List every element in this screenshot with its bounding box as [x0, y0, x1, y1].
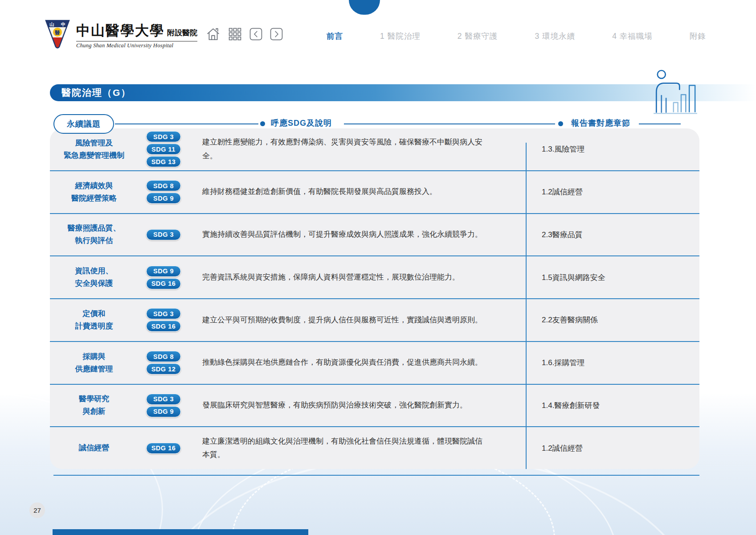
row-sdg-badges: SDG 3 [135, 229, 192, 240]
header-connector-line [639, 123, 681, 124]
row-description: 發展臨床研究與智慧醫療，有助疾病預防與治療技術突破，強化醫院創新實力。 [192, 399, 526, 412]
row-sdg-badges: SDG 3SDG 16 [135, 308, 192, 332]
pennant-emblem-char: 醫 [55, 30, 60, 35]
hospital-name-suffix: 附設醫院 [167, 28, 197, 38]
nav-item-medical-care[interactable]: 2 醫療守護 [458, 31, 498, 41]
nav-item-governance[interactable]: 1 醫院治理 [380, 31, 421, 41]
home-button[interactable] [206, 27, 221, 43]
nav-item-foreword[interactable]: 前言 [327, 31, 343, 41]
nav-item-environment[interactable]: 3 環境永續 [535, 31, 576, 41]
table-body: 風險管理及緊急應變管理機制SDG 3SDG 11SDG 13建立韌性應變能力，有… [50, 128, 699, 469]
header-dot [558, 121, 563, 126]
sdg-badge: SDG 9 [146, 193, 181, 204]
sdg-badge: SDG 9 [146, 266, 181, 277]
table-row: 經濟績效與醫院經營策略SDG 8SDG 9維持財務穩健並創造創新價值，有助醫院長… [50, 171, 699, 214]
next-page-button[interactable] [270, 28, 283, 42]
row-sdg-badges: SDG 8SDG 12 [135, 351, 192, 374]
table-row: 風險管理及緊急應變管理機制SDG 3SDG 11SDG 13建立韌性應變能力，有… [50, 128, 699, 171]
page-number: 27 [33, 506, 41, 514]
row-description: 推動綠色採購與在地供應鏈合作，有助資源優化與責任消費，促進供應商共同永續。 [192, 356, 526, 370]
sdg-badge: SDG 3 [146, 394, 181, 405]
svg-text:山: 山 [49, 22, 54, 27]
chevron-right-icon [270, 28, 283, 42]
row-topic: 經濟績效與醫院經營策略 [50, 180, 135, 205]
row-topic: 醫療照護品質、執行與評估 [50, 222, 135, 247]
sdg-badge: SDG 12 [146, 363, 181, 374]
sdg-badge: SDG 8 [146, 180, 181, 191]
page-number-badge: 27 [29, 502, 45, 518]
column-header-topics: 永續議題 [53, 114, 114, 134]
row-chapter: 2.3醫療品質 [526, 230, 699, 240]
hospital-name-zh: 中山醫學大學 [76, 21, 164, 40]
header-dot [260, 121, 265, 126]
row-sdg-badges: SDG 3SDG 9 [135, 394, 192, 417]
row-chapter: 1.3.風險管理 [526, 144, 699, 154]
chapter-menu: 前言 1 醫院治理 2 醫療守護 3 環境永續 4 幸福職場 附錄 [327, 31, 706, 41]
row-description: 實施持續改善與品質評估機制，可提升醫療成效與病人照護成果，強化永續競爭力。 [192, 228, 526, 242]
header-connector-line [344, 123, 555, 124]
sdg-badge: SDG 16 [146, 443, 181, 454]
row-topic: 誠信經營 [50, 442, 135, 454]
table-bottom-rule [53, 475, 699, 476]
grid-icon [228, 27, 242, 43]
hospital-logo[interactable]: 醫 山 中 中山醫學大學 附設醫院 Chung Shan Medical Uni… [45, 20, 197, 51]
sdg-badge: SDG 3 [146, 131, 181, 142]
nav-item-workplace[interactable]: 4 幸福職場 [612, 31, 653, 41]
row-sdg-badges: SDG 8SDG 9 [135, 180, 192, 204]
table-row: 定價和計費透明度SDG 3SDG 16建立公平與可預期的收費制度，提升病人信任與… [50, 299, 699, 342]
hospital-pennant-emblem-icon: 醫 山 中 [45, 20, 70, 51]
row-description: 維持財務穩健並創造創新價值，有助醫院長期發展與高品質服務投入。 [192, 185, 526, 199]
row-topic: 風險管理及緊急應變管理機制 [50, 137, 135, 162]
row-chapter: 1.4.醫療創新研發 [526, 400, 699, 411]
previous-page-button[interactable] [249, 28, 262, 42]
row-sdg-badges: SDG 3SDG 11SDG 13 [135, 131, 192, 167]
sdg-badge: SDG 9 [146, 406, 181, 417]
chevron-left-icon [249, 28, 262, 42]
header-connector-line [115, 123, 258, 124]
row-chapter: 1.6.採購管理 [526, 358, 699, 368]
materiality-table: 風險管理及緊急應變管理機制SDG 3SDG 11SDG 13建立韌性應變能力，有… [50, 114, 699, 477]
row-sdg-badges: SDG 9SDG 16 [135, 266, 192, 289]
sdg-badge: SDG 11 [146, 144, 181, 155]
person-chart-icon [650, 69, 702, 117]
row-description: 完善資訊系統與資安措施，保障病人資料與營運穩定性，展現數位治理能力。 [192, 271, 526, 284]
column-divider [526, 143, 527, 469]
home-icon [206, 27, 221, 43]
footer-bar-decoration [53, 529, 308, 535]
row-description: 建立公平與可預期的收費制度，提升病人信任與服務可近性，實踐誠信與透明原則。 [192, 313, 526, 327]
hospital-name-en: Chung Shan Medical University Hospital [76, 41, 197, 49]
row-chapter: 1.2誠信經營 [526, 443, 699, 453]
sdg-badge: SDG 3 [146, 308, 181, 319]
top-notch-decoration [349, 0, 380, 15]
column-header-chapter: 報告書對應章節 [571, 118, 630, 128]
row-chapter: 2.2友善醫病關係 [526, 315, 699, 325]
table-row: 醫學研究與創新SDG 3SDG 9發展臨床研究與智慧醫療，有助疾病預防與治療技術… [50, 385, 699, 428]
thumbnail-grid-button[interactable] [228, 27, 242, 43]
row-topic: 醫學研究與創新 [50, 393, 135, 418]
section-title: 醫院治理（G） [61, 86, 131, 99]
sdg-badge: SDG 16 [146, 278, 181, 289]
row-chapter: 1.5資訊與網路安全 [526, 272, 699, 283]
table-row: 醫療照護品質、執行與評估SDG 3實施持續改善與品質評估機制，可提升醫療成效與病… [50, 214, 699, 257]
row-description: 建立廉潔透明的組織文化與治理機制，有助強化社會信任與法規遵循，體現醫院誠信本質。 [192, 435, 526, 462]
sdg-badge: SDG 8 [146, 351, 181, 362]
row-chapter: 1.2誠信經營 [526, 187, 699, 197]
svg-text:中: 中 [61, 22, 65, 27]
column-header-sdg: 呼應SDG及說明 [271, 118, 332, 128]
sdg-badge: SDG 16 [146, 321, 181, 332]
table-row: 誠信經營SDG 16建立廉潔透明的組織文化與治理機制，有助強化社會信任與法規遵循… [50, 427, 699, 469]
row-description: 建立韌性應變能力，有效應對傳染病、災害與資安等風險，確保醫療不中斷與病人安全。 [192, 136, 526, 163]
row-topic: 採購與供應鏈管理 [50, 350, 135, 375]
row-topic: 資訊使用、安全與保護 [50, 265, 135, 290]
row-sdg-badges: SDG 16 [135, 443, 192, 454]
sdg-badge: SDG 3 [146, 229, 181, 240]
nav-item-appendix[interactable]: 附錄 [690, 31, 706, 41]
table-row: 採購與供應鏈管理SDG 8SDG 12推動綠色採購與在地供應鏈合作，有助資源優化… [50, 342, 699, 385]
sdg-badge: SDG 13 [146, 156, 181, 167]
table-row: 資訊使用、安全與保護SDG 9SDG 16完善資訊系統與資安措施，保障病人資料與… [50, 256, 699, 299]
row-topic: 定價和計費透明度 [50, 308, 135, 333]
